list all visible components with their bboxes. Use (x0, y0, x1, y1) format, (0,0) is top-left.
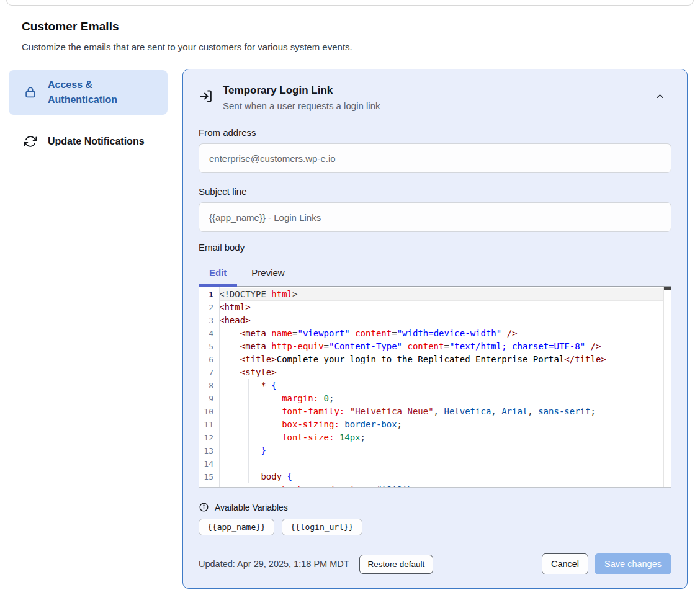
chevron-up-icon (655, 91, 665, 104)
line-number[interactable]: 9 (199, 392, 219, 405)
available-variables-row: Available Variables (199, 502, 671, 512)
code-line[interactable]: 6 <title>Complete your login to the Repl… (199, 353, 671, 366)
tab-edit[interactable]: Edit (199, 262, 237, 286)
refresh-icon (24, 135, 37, 148)
code-text[interactable]: <title>Complete your login to the Replic… (219, 353, 671, 366)
variable-chip-login-url[interactable]: {{login_url}} (282, 519, 362, 535)
sidebar-item-access-authentication[interactable]: Access & Authentication (9, 70, 168, 115)
lock-icon (24, 86, 37, 99)
code-line[interactable]: 10 font-family: "Helvetica Neue", Helvet… (199, 405, 671, 418)
panel-title: Temporary Login Link (223, 84, 380, 97)
sidebar-item-label: Access & Authentication (48, 78, 159, 107)
content: Access & Authentication Update Notificat… (0, 52, 700, 589)
code-line[interactable]: 1<!DOCTYPE html> (199, 288, 671, 301)
code-text[interactable]: margin: 0; (219, 392, 671, 405)
line-number[interactable]: 7 (199, 366, 219, 379)
code-text[interactable]: } (219, 444, 671, 457)
line-number[interactable]: 8 (199, 379, 219, 392)
code-text[interactable] (219, 457, 671, 470)
code-line[interactable]: 8 * { (199, 379, 671, 392)
line-number[interactable]: 11 (199, 418, 219, 431)
code-line[interactable]: 2<html> (199, 301, 671, 314)
code-line[interactable]: 9 margin: 0; (199, 392, 671, 405)
indent-guide (235, 327, 235, 487)
line-number[interactable]: 2 (199, 301, 219, 314)
code-text[interactable]: <meta http-equiv="Content-Type" content=… (219, 340, 671, 353)
from-address-input[interactable] (199, 143, 671, 173)
indent-guide (248, 379, 249, 483)
code-text[interactable]: <html> (219, 301, 671, 314)
page-subtitle: Customize the emails that are sent to yo… (22, 42, 678, 52)
code-line[interactable]: 12 font-size: 14px; (199, 431, 671, 444)
code-text[interactable]: body { (219, 470, 671, 483)
panel-header: Temporary Login Link Sent when a user re… (199, 84, 671, 111)
page-header: Customer Emails Customize the emails tha… (0, 6, 700, 52)
code-line[interactable]: 11 box-sizing: border-box; (199, 418, 671, 431)
variable-chips: {{app_name}} {{login_url}} (199, 519, 671, 535)
info-icon (199, 502, 209, 512)
code-line[interactable]: 7 <style> (199, 366, 671, 379)
email-settings-panel: Temporary Login Link Sent when a user re… (182, 69, 688, 589)
cancel-button[interactable]: Cancel (542, 553, 588, 574)
code-line[interactable]: 15 body { (199, 470, 671, 483)
line-number[interactable]: 3 (199, 314, 219, 327)
gutter-border (219, 287, 220, 487)
code-text[interactable]: <meta name="viewport" content="width=dev… (219, 327, 671, 340)
code-text[interactable]: <style> (219, 366, 671, 379)
editor-scrollbar[interactable] (663, 287, 671, 487)
code-text[interactable]: * { (219, 379, 671, 392)
variable-chip-app-name[interactable]: {{app_name}} (199, 519, 274, 535)
code-line[interactable]: 3<head> (199, 314, 671, 327)
previous-card-bottom-edge (6, 0, 694, 6)
line-number[interactable]: 14 (199, 457, 219, 470)
sidebar: Access & Authentication Update Notificat… (9, 69, 168, 156)
from-address-label: From address (199, 127, 671, 138)
sidebar-item-label: Update Notifications (48, 134, 145, 149)
line-number[interactable]: 13 (199, 444, 219, 457)
line-number[interactable]: 1 (199, 288, 219, 301)
line-number[interactable]: 5 (199, 340, 219, 353)
code-line[interactable]: 16 background-color: #f8f9fb; (199, 483, 671, 488)
line-number[interactable]: 15 (199, 470, 219, 483)
code-line[interactable]: 14 (199, 457, 671, 470)
code-text[interactable]: background-color: #f8f9fb; (219, 483, 671, 488)
panel-footer: Updated: Apr 29, 2025, 1:18 PM MDT Resto… (199, 553, 671, 574)
line-number[interactable]: 12 (199, 431, 219, 444)
code-editor[interactable]: 1<!DOCTYPE html>2<html>3<head>4 <meta na… (199, 286, 671, 488)
tab-preview[interactable]: Preview (237, 262, 298, 286)
collapse-button[interactable] (655, 91, 665, 104)
code-text[interactable]: font-size: 14px; (219, 431, 671, 444)
email-body-tabs: Edit Preview (199, 262, 671, 286)
panel-header-text: Temporary Login Link Sent when a user re… (223, 84, 380, 111)
subject-line-label: Subject line (199, 186, 671, 197)
code-text[interactable]: font-family: "Helvetica Neue", Helvetica… (219, 405, 671, 418)
editor-scrollbar-thumb[interactable] (664, 287, 671, 290)
available-variables-label: Available Variables (215, 503, 288, 512)
email-body-label: Email body (199, 242, 671, 253)
line-number[interactable]: 10 (199, 405, 219, 418)
login-icon (199, 89, 213, 104)
updated-timestamp: Updated: Apr 29, 2025, 1:18 PM MDT (199, 559, 349, 569)
save-changes-button[interactable]: Save changes (595, 553, 671, 574)
panel-subtitle: Sent when a user requests a login link (223, 101, 380, 111)
code-text[interactable]: <!DOCTYPE html> (219, 288, 671, 301)
line-number[interactable]: 16 (199, 483, 219, 488)
code-text[interactable]: <head> (219, 314, 671, 327)
code-lines: 1<!DOCTYPE html>2<html>3<head>4 <meta na… (199, 288, 671, 488)
line-number[interactable]: 6 (199, 353, 219, 366)
subject-line-input[interactable] (199, 202, 671, 232)
sidebar-item-update-notifications[interactable]: Update Notifications (9, 127, 168, 156)
code-line[interactable]: 13 } (199, 444, 671, 457)
code-line[interactable]: 4 <meta name="viewport" content="width=d… (199, 327, 671, 340)
page-title: Customer Emails (22, 20, 678, 34)
code-text[interactable]: box-sizing: border-box; (219, 418, 671, 431)
restore-default-button[interactable]: Restore default (359, 555, 434, 574)
code-line[interactable]: 5 <meta http-equiv="Content-Type" conten… (199, 340, 671, 353)
line-number[interactable]: 4 (199, 327, 219, 340)
